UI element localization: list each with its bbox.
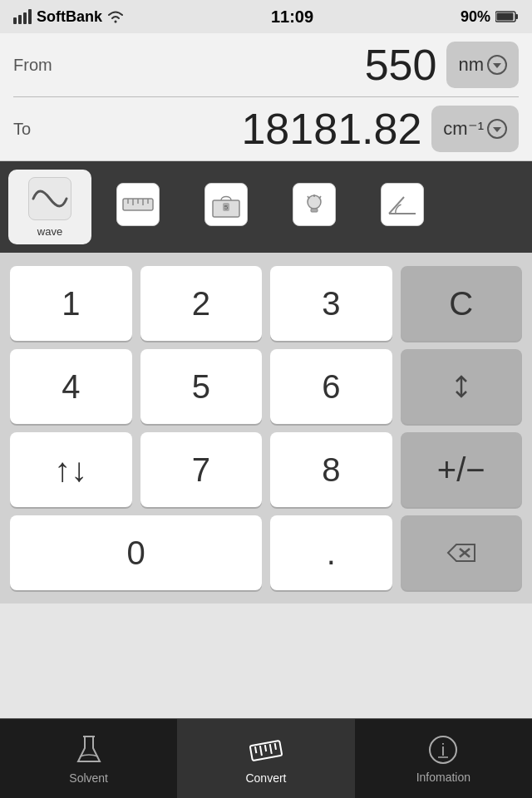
tab-solvent[interactable]: Solvent bbox=[0, 719, 177, 798]
key-6[interactable]: 6 bbox=[270, 349, 392, 424]
svg-line-30 bbox=[260, 746, 262, 756]
to-unit-button[interactable]: cm⁻¹ bbox=[431, 106, 519, 152]
ruler-icon-container bbox=[116, 183, 160, 226]
key-0[interactable]: 0 bbox=[10, 515, 262, 590]
svg-point-17 bbox=[308, 195, 321, 209]
from-unit-button[interactable]: nm bbox=[446, 42, 519, 88]
status-bar: SoftBank 11:09 90% bbox=[0, 0, 532, 33]
tab-convert-label: Convert bbox=[245, 771, 286, 785]
tab-information[interactable]: i Infomation bbox=[355, 719, 532, 798]
svg-rect-6 bbox=[515, 14, 518, 19]
svg-point-4 bbox=[115, 21, 117, 23]
from-value: 550 bbox=[57, 43, 436, 86]
bulb-icon-container bbox=[293, 183, 336, 226]
key-8[interactable]: 7 bbox=[140, 432, 263, 507]
cat-btn-light[interactable] bbox=[273, 170, 356, 244]
from-row: From 550 nm bbox=[0, 33, 532, 96]
carrier-name: SoftBank bbox=[37, 8, 102, 26]
key-plusminus[interactable]: +/− bbox=[401, 432, 523, 507]
wifi-icon bbox=[107, 10, 124, 23]
key-4[interactable]: 4 bbox=[10, 349, 132, 424]
key-7[interactable]: ↑↓ bbox=[10, 432, 132, 507]
key-3[interactable]: 3 bbox=[270, 266, 392, 341]
to-unit-text: cm⁻¹ bbox=[443, 118, 484, 140]
cat-btn-wave[interactable]: wave bbox=[8, 170, 91, 244]
status-battery-area: 90% bbox=[461, 8, 519, 26]
category-bar: wave 5 bbox=[0, 161, 532, 253]
swap-icon bbox=[448, 373, 475, 400]
tab-bar: Solvent Convert i Infomation bbox=[0, 718, 532, 798]
to-row: To 18181.82 cm⁻¹ bbox=[0, 97, 532, 160]
battery-percent: 90% bbox=[461, 8, 490, 26]
ruler-tab-icon bbox=[249, 733, 283, 766]
conversion-area: From 550 nm To 18181.82 cm⁻¹ bbox=[0, 33, 532, 161]
svg-text:i: i bbox=[441, 741, 445, 759]
svg-rect-0 bbox=[13, 17, 17, 24]
weight-icon: 5 bbox=[208, 190, 244, 219]
svg-line-33 bbox=[275, 743, 276, 750]
key-1[interactable]: 1 bbox=[10, 266, 132, 341]
key-9[interactable]: 8 bbox=[270, 432, 392, 507]
svg-rect-2 bbox=[23, 12, 27, 24]
svg-line-23 bbox=[389, 197, 404, 214]
info-circle-icon: i bbox=[427, 734, 459, 766]
key-swap[interactable] bbox=[401, 349, 523, 424]
cat-label-wave: wave bbox=[37, 225, 62, 238]
svg-line-21 bbox=[308, 196, 309, 199]
svg-line-29 bbox=[255, 746, 256, 753]
svg-line-32 bbox=[270, 744, 272, 754]
to-unit-chevron bbox=[487, 119, 507, 139]
status-carrier: SoftBank bbox=[13, 8, 124, 26]
key-5[interactable]: 5 bbox=[140, 349, 263, 424]
angle-icon-container bbox=[381, 183, 424, 226]
cat-btn-angle[interactable] bbox=[361, 170, 444, 244]
svg-line-20 bbox=[319, 196, 321, 199]
status-time: 11:09 bbox=[271, 7, 313, 27]
keypad: 1 2 3 C 4 5 6 ↑↓ 7 8 +/− 0 . bbox=[0, 253, 532, 603]
svg-text:5: 5 bbox=[224, 204, 229, 211]
svg-rect-1 bbox=[18, 15, 22, 24]
from-unit-text: nm bbox=[458, 54, 484, 76]
key-2[interactable]: 2 bbox=[140, 266, 263, 341]
tab-solvent-label: Solvent bbox=[69, 771, 108, 785]
tab-convert[interactable]: Convert bbox=[177, 719, 354, 798]
svg-rect-7 bbox=[496, 13, 513, 21]
wave-icon bbox=[32, 185, 68, 213]
weight-icon-container: 5 bbox=[204, 183, 248, 226]
ruler-icon bbox=[120, 190, 156, 219]
flask-icon bbox=[75, 733, 103, 766]
backspace-icon bbox=[445, 541, 478, 564]
wave-icon-container bbox=[28, 177, 71, 220]
battery-icon bbox=[495, 10, 519, 23]
to-label: To bbox=[13, 120, 47, 139]
signal-icon bbox=[13, 9, 32, 24]
bulb-icon bbox=[296, 190, 332, 219]
to-value: 18181.82 bbox=[57, 107, 421, 150]
tab-information-label: Infomation bbox=[416, 771, 470, 784]
cat-btn-length[interactable] bbox=[96, 170, 180, 244]
svg-rect-18 bbox=[311, 209, 318, 212]
from-unit-chevron bbox=[487, 55, 507, 75]
key-clear[interactable]: C bbox=[401, 266, 523, 341]
svg-rect-3 bbox=[28, 9, 32, 24]
key-dot[interactable]: . bbox=[270, 515, 392, 590]
key-backspace[interactable] bbox=[401, 515, 523, 590]
svg-line-31 bbox=[265, 745, 266, 751]
from-label: From bbox=[13, 56, 47, 75]
cat-btn-weight[interactable]: 5 bbox=[185, 170, 268, 244]
angle-icon bbox=[384, 190, 421, 219]
